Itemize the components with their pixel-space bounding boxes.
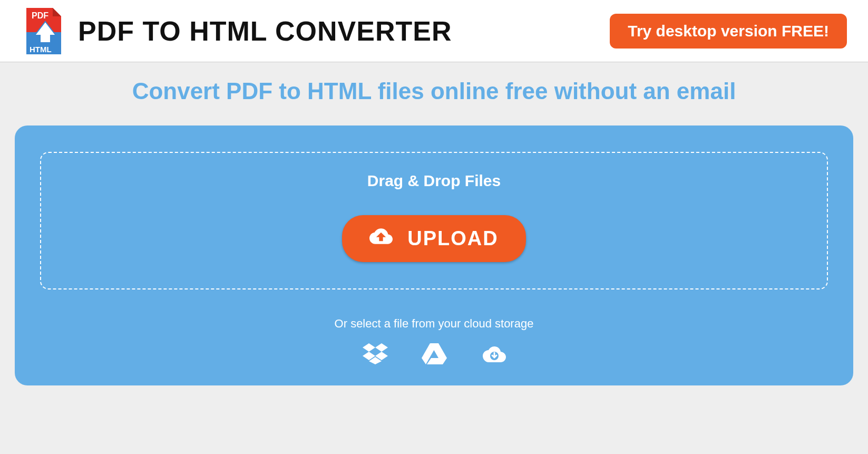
cloud-download-icon[interactable]: [481, 342, 506, 364]
cloud-icons-row: [40, 342, 828, 364]
header-left: PDF HTML PDF TO HTML CONVERTER: [21, 6, 452, 56]
cloud-storage-section: Or select a file from your cloud storage: [40, 317, 828, 364]
svg-text:PDF: PDF: [32, 11, 48, 20]
upload-button[interactable]: UPLOAD: [342, 215, 525, 262]
upload-panel: Drag & Drop Files UPLOAD Or select a fil…: [15, 125, 853, 385]
header: PDF HTML PDF TO HTML CONVERTER Try deskt…: [0, 0, 868, 62]
dropbox-icon[interactable]: [363, 342, 388, 364]
drop-zone[interactable]: Drag & Drop Files UPLOAD: [40, 152, 828, 289]
main-content: Convert PDF to HTML files online free wi…: [0, 62, 868, 385]
cloud-upload-icon: [369, 225, 393, 253]
drop-zone-label: Drag & Drop Files: [52, 172, 816, 190]
try-desktop-button[interactable]: Try desktop version FREE!: [610, 14, 847, 49]
cloud-storage-label: Or select a file from your cloud storage: [40, 317, 828, 331]
upload-button-label: UPLOAD: [407, 227, 498, 250]
page-title: PDF TO HTML CONVERTER: [78, 15, 452, 47]
logo-icon: PDF HTML: [21, 6, 69, 56]
google-drive-icon[interactable]: [422, 342, 447, 364]
subtitle: Convert PDF to HTML files online free wi…: [11, 78, 857, 104]
svg-text:HTML: HTML: [30, 45, 52, 54]
